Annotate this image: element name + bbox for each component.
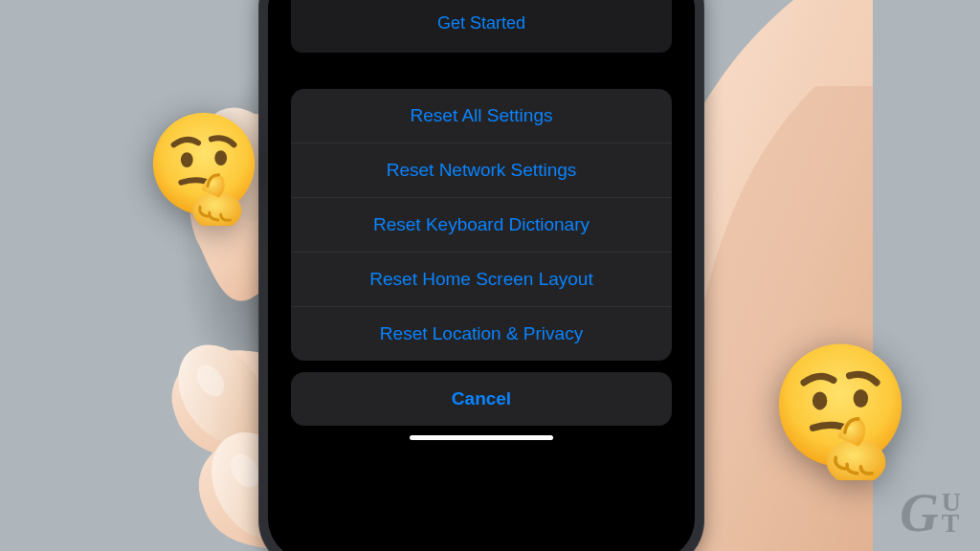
svg-point-14 [854, 389, 868, 408]
cancel-button[interactable]: Cancel [291, 372, 672, 426]
watermark-letter-t: T [942, 513, 961, 534]
top-info-card: Get Started [291, 0, 672, 53]
svg-point-9 [181, 152, 193, 167]
thinking-face-icon [144, 105, 264, 226]
reset-keyboard-dictionary-button[interactable]: Reset Keyboard Dictionary [291, 198, 672, 253]
reset-network-settings-button[interactable]: Reset Network Settings [291, 143, 672, 198]
phone-bezel: Get Started Reset All Settings Reset Net… [268, 0, 695, 551]
svg-point-13 [813, 391, 827, 409]
home-indicator[interactable] [410, 435, 553, 440]
thinking-face-icon [768, 335, 913, 480]
watermark-logo: G U T [900, 482, 961, 543]
reset-all-settings-button[interactable]: Reset All Settings [291, 89, 672, 143]
reset-home-screen-layout-button[interactable]: Reset Home Screen Layout [291, 253, 672, 307]
reset-location-privacy-button[interactable]: Reset Location & Privacy [291, 307, 672, 361]
reset-action-sheet: Reset All Settings Reset Network Setting… [291, 89, 672, 361]
phone-screen: Get Started Reset All Settings Reset Net… [276, 0, 687, 551]
get-started-button[interactable]: Get Started [291, 0, 672, 41]
watermark-letter-g: G [900, 482, 935, 543]
iphone-device-frame: Get Started Reset All Settings Reset Net… [258, 0, 704, 551]
svg-point-10 [214, 150, 227, 165]
